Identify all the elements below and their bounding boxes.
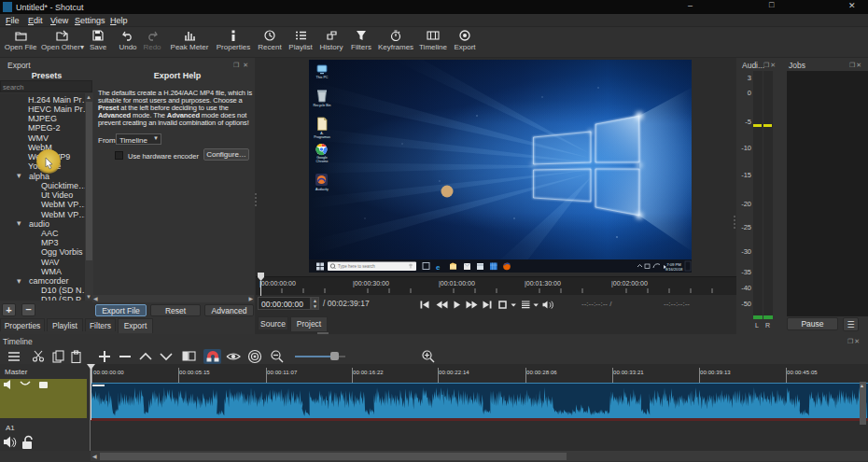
svg-text:Audacity: Audacity — [315, 188, 329, 191]
svg-text:e: e — [436, 263, 441, 272]
svg-text:Chrome: Chrome — [316, 160, 329, 163]
svg-text:9/16/2018: 9/16/2018 — [665, 267, 683, 272]
svg-text:This PC: This PC — [316, 76, 329, 79]
svg-text:Recycle Bin: Recycle Bin — [314, 104, 331, 107]
svg-text:Type here to search: Type here to search — [338, 264, 375, 269]
svg-text:Programas: Programas — [314, 135, 330, 139]
